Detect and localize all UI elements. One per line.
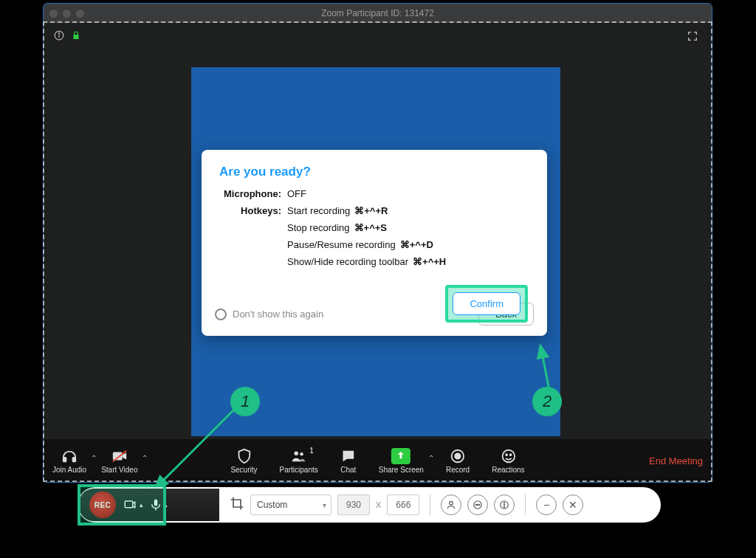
reactions-label: Reactions <box>492 466 524 474</box>
svg-point-27 <box>504 506 505 507</box>
meeting-info-row <box>54 30 80 41</box>
svg-point-12 <box>506 454 507 455</box>
hotkey-desc: Pause/Resume recording <box>287 239 396 250</box>
start-video-label: Start Video <box>101 466 137 474</box>
recorder-controls: REC ▴ ▴ <box>79 489 219 521</box>
mic-value: OFF <box>287 188 529 199</box>
svg-point-2 <box>58 33 59 34</box>
join-audio-label: Join Audio <box>52 466 86 474</box>
rec-highlight <box>78 484 166 526</box>
participants-count: 1 <box>309 447 314 455</box>
record-label: Record <box>446 466 470 474</box>
share-screen-button[interactable]: Share Screen ⌃ <box>379 448 424 474</box>
hotkey-keys: ⌘+^+S <box>354 222 387 233</box>
join-audio-button[interactable]: Join Audio ⌃ <box>52 448 86 474</box>
record-button[interactable]: Record <box>446 448 470 474</box>
dialog-title: Are you ready? <box>219 165 529 179</box>
lock-icon <box>72 30 80 41</box>
reactions-button[interactable]: Reactions <box>492 448 524 474</box>
info-icon[interactable] <box>54 30 64 41</box>
svg-point-22 <box>478 504 478 505</box>
ready-dialog: Are you ready? Microphone: OFF Hotkeys: … <box>202 150 547 336</box>
end-meeting-button[interactable]: End Meeting <box>649 455 703 466</box>
share-label: Share Screen <box>379 466 424 474</box>
svg-point-11 <box>502 450 515 462</box>
hotkey-keys: ⌘+^+H <box>413 256 446 267</box>
svg-point-21 <box>475 504 476 505</box>
radio-icon[interactable] <box>215 309 227 320</box>
window-title: Zoom Participant ID: 131472 <box>44 8 712 18</box>
hotkey-keys: ⌘+^+R <box>354 205 388 216</box>
width-input[interactable] <box>337 495 370 515</box>
hotkeys-list: Start recording⌘+^+R Stop recording⌘+^+S… <box>287 205 529 273</box>
height-input[interactable] <box>387 495 419 515</box>
zoom-toolbar: Join Audio ⌃ Start Video ⌃ Security 1 Pa… <box>44 439 712 482</box>
hotkeys-label: Hotkeys: <box>219 205 287 273</box>
svg-point-23 <box>479 504 480 505</box>
hotkey-desc: Show/Hide recording toolbar <box>287 256 408 267</box>
video-area: Are you ready? Microphone: OFF Hotkeys: … <box>191 67 560 436</box>
svg-point-26 <box>504 504 505 505</box>
person-icon[interactable] <box>441 495 461 515</box>
dont-show-checkbox[interactable]: Don't show this again <box>215 309 323 320</box>
chat-label: Chat <box>340 466 356 474</box>
svg-point-10 <box>455 453 460 458</box>
chevron-up-icon[interactable]: ⌃ <box>428 454 434 462</box>
chevron-up-icon[interactable]: ⌃ <box>142 454 148 462</box>
hotkey-desc: Stop recording <box>287 222 350 233</box>
start-video-button[interactable]: Start Video ⌃ <box>101 448 137 474</box>
capture-mode-select[interactable]: Custom <box>250 495 331 515</box>
fullscreen-icon[interactable] <box>687 30 698 45</box>
hotkey-keys: ⌘+^+D <box>400 239 433 250</box>
svg-point-8 <box>300 452 303 455</box>
svg-point-25 <box>504 503 505 503</box>
annotation-icon[interactable] <box>467 495 488 515</box>
svg-rect-5 <box>113 452 123 460</box>
more-icon[interactable] <box>494 495 515 515</box>
dimension-x: X <box>376 500 381 509</box>
svg-rect-3 <box>63 457 66 461</box>
participants-button[interactable]: 1 Participants <box>280 448 318 474</box>
crop-icon[interactable] <box>230 496 244 514</box>
zoom-window: Zoom Participant ID: 131472 Are you read… <box>43 3 712 483</box>
svg-rect-4 <box>73 457 76 461</box>
participants-label: Participants <box>280 466 318 474</box>
svg-point-19 <box>450 501 453 505</box>
step-marker-2: 2 <box>532 387 562 416</box>
hotkey-desc: Start recording <box>287 205 350 216</box>
window-titlebar: Zoom Participant ID: 131472 <box>44 4 712 23</box>
step-marker-1: 1 <box>230 387 260 416</box>
close-button[interactable]: ✕ <box>563 495 583 515</box>
svg-point-13 <box>509 454 511 455</box>
chevron-up-icon[interactable]: ⌃ <box>91 454 97 462</box>
security-button[interactable]: Security <box>230 448 257 474</box>
dont-show-label: Don't show this again <box>233 309 323 320</box>
mic-label: Microphone: <box>219 188 287 199</box>
security-label: Security <box>230 466 257 474</box>
svg-point-7 <box>294 451 298 455</box>
minimize-button[interactable]: − <box>536 495 557 515</box>
recorder-toolbar: REC ▴ ▴ Custom X − ✕ <box>78 487 661 523</box>
confirm-highlight: Confirm <box>445 285 528 323</box>
confirm-button[interactable]: Confirm <box>453 292 520 315</box>
chat-button[interactable]: Chat <box>340 448 357 474</box>
